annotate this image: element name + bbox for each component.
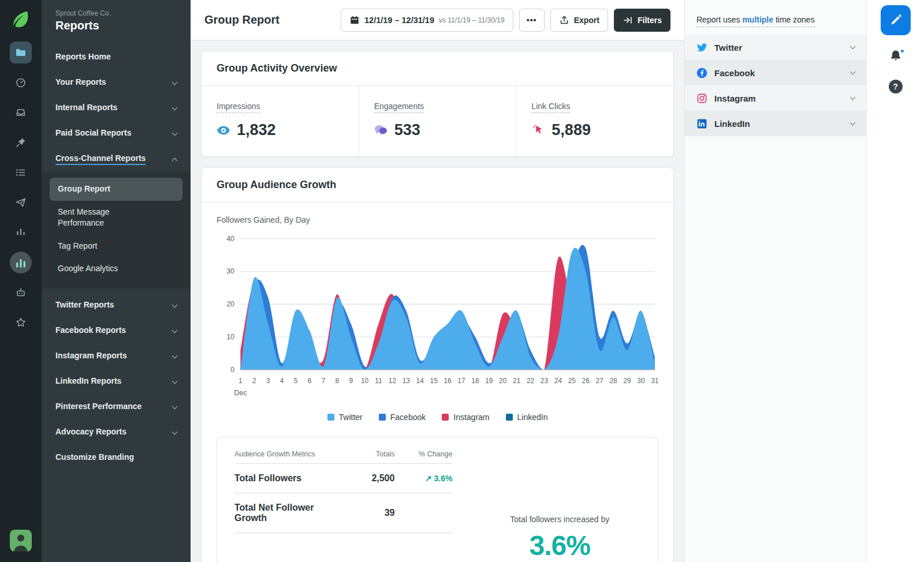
sidebar-title: Reports <box>55 19 177 32</box>
reports-folder-icon[interactable] <box>10 42 32 63</box>
list-icon[interactable] <box>10 162 32 183</box>
network-label: LinkedIn <box>714 119 750 129</box>
sidebar-item-twitter-reports[interactable]: Twitter Reports <box>42 293 191 319</box>
sidebar-item-customize-branding[interactable]: Customize Branding <box>42 445 191 471</box>
report-header: Group Report 12/1/19 – 12/31/19 vs 11/1/… <box>191 0 684 40</box>
date-range-value: 12/1/19 – 12/31/19 <box>364 16 434 25</box>
user-avatar[interactable] <box>10 530 32 552</box>
svg-text:20: 20 <box>499 377 507 385</box>
reports-sidebar: Sprout Coffee Co. Reports Reports Home Y… <box>42 0 191 562</box>
compose-button[interactable] <box>881 5 911 35</box>
report-body[interactable]: Group Activity Overview Impressions 1,83… <box>191 40 684 562</box>
svg-text:4: 4 <box>280 377 284 385</box>
pencil-icon <box>889 13 903 27</box>
legend-item-facebook[interactable]: Facebook <box>379 413 426 422</box>
sidebar-item-facebook-reports[interactable]: Facebook Reports <box>42 319 191 344</box>
metric-label[interactable]: Engagements <box>374 102 424 113</box>
twitter-icon <box>696 42 707 53</box>
sidebar-item-internal-reports[interactable]: Internal Reports <box>42 96 191 121</box>
inbox-icon[interactable] <box>10 102 32 123</box>
svg-text:10: 10 <box>226 333 234 341</box>
column-header-change: % Change <box>394 450 452 458</box>
help-icon[interactable]: ? <box>889 80 903 93</box>
multiple-timezones-link[interactable]: multiple <box>742 15 773 24</box>
svg-text:10: 10 <box>361 377 369 385</box>
metric-label[interactable]: Impressions <box>217 102 260 113</box>
network-row-instagram[interactable]: Instagram <box>685 85 866 111</box>
svg-text:27: 27 <box>596 377 603 385</box>
app-icon-rail <box>0 0 42 562</box>
svg-text:12: 12 <box>389 377 396 385</box>
group-audience-growth-card: Group Audience Growth Followers Gained, … <box>201 167 674 562</box>
submenu-item-group-report[interactable]: Group Report <box>50 178 182 201</box>
svg-text:20: 20 <box>226 300 234 308</box>
date-range-button[interactable]: 12/1/19 – 12/31/19 vs 11/1/19 – 11/30/19 <box>341 9 513 32</box>
chevron-down-icon <box>172 80 178 85</box>
more-options-button[interactable]: ••• <box>519 9 545 32</box>
sidebar-item-your-reports[interactable]: Your Reports <box>42 70 191 96</box>
bot-icon[interactable] <box>10 282 32 304</box>
submenu-item-sent-message-performance[interactable]: Sent Message Performance <box>50 201 142 235</box>
date-compare-value: vs 11/1/19 – 11/30/19 <box>439 16 505 24</box>
sidebar-item-linkedin-reports[interactable]: LinkedIn Reports <box>42 369 191 395</box>
sidebar-item-pinterest-performance[interactable]: Pinterest Performance <box>42 395 191 420</box>
svg-text:19: 19 <box>485 377 493 385</box>
group-activity-overview-card: Group Activity Overview Impressions 1,83… <box>201 51 674 157</box>
star-icon[interactable] <box>10 312 32 334</box>
network-row-linkedin[interactable]: LinkedIn <box>685 111 866 136</box>
chevron-down-icon <box>172 353 178 359</box>
sidebar-item-reports-home[interactable]: Reports Home <box>42 45 191 70</box>
paper-plane-icon[interactable] <box>10 192 32 213</box>
filters-button[interactable]: Filters <box>614 9 670 32</box>
svg-text:22: 22 <box>527 377 534 385</box>
cross-channel-submenu: Group Report Sent Message Performance Ta… <box>42 172 191 289</box>
svg-text:30: 30 <box>226 267 234 275</box>
svg-text:21: 21 <box>513 377 521 385</box>
svg-text:29: 29 <box>623 377 631 385</box>
metric-label[interactable]: Link Clicks <box>531 102 570 113</box>
chevron-down-icon <box>172 379 178 384</box>
svg-text:18: 18 <box>471 377 479 385</box>
metric-engagements: Engagements 533 <box>359 86 516 156</box>
legend-item-instagram[interactable]: Instagram <box>442 413 489 422</box>
growth-summary: Total followers increased by 3.6% <box>479 450 640 561</box>
bar-chart-icon[interactable] <box>10 252 32 273</box>
legend-item-twitter[interactable]: Twitter <box>327 413 363 422</box>
sidebar-item-cross-channel-reports[interactable]: Cross-Channel Reports <box>42 147 191 172</box>
table-row: Total Net Follower Growth 39 <box>234 493 452 533</box>
facebook-icon <box>696 68 707 78</box>
sidebar-item-paid-social-reports[interactable]: Paid Social Reports <box>42 121 191 147</box>
instagram-icon <box>696 93 707 104</box>
sidebar-item-advocacy-reports[interactable]: Advocacy Reports <box>42 420 191 445</box>
svg-text:3: 3 <box>266 377 270 385</box>
pin-icon[interactable] <box>10 132 32 153</box>
followers-area-chart: 0102030401234567891011121314151617181920… <box>217 231 658 410</box>
notifications-button[interactable] <box>889 49 903 65</box>
network-row-facebook[interactable]: Facebook <box>685 60 866 85</box>
metric-value: 5,889 <box>552 121 591 139</box>
chevron-up-icon <box>172 158 178 163</box>
svg-text:Dec: Dec <box>234 389 247 397</box>
chevron-down-icon <box>172 404 178 410</box>
gauge-icon[interactable] <box>10 72 32 93</box>
metric-value: 1,832 <box>237 121 276 139</box>
submenu-item-google-analytics[interactable]: Google Analytics <box>50 257 182 280</box>
metric-link-clicks: Link Clicks 5,889 <box>516 86 673 156</box>
audience-growth-metrics-box: Audience Growth Metrics Totals % Change … <box>217 437 658 562</box>
cursor-click-icon <box>531 125 545 136</box>
svg-text:0: 0 <box>230 366 234 374</box>
legend-item-linkedin[interactable]: LinkedIn <box>506 413 548 422</box>
audience-growth-table: Audience Growth Metrics Totals % Change … <box>234 450 452 561</box>
filters-icon <box>623 15 633 25</box>
svg-text:30: 30 <box>637 377 645 385</box>
signal-bars-icon[interactable] <box>10 222 32 243</box>
svg-text:24: 24 <box>554 377 562 385</box>
submenu-item-tag-report[interactable]: Tag Report <box>50 235 182 258</box>
main-content: Group Report 12/1/19 – 12/31/19 vs 11/1/… <box>191 0 684 562</box>
export-button[interactable]: Export <box>550 9 608 32</box>
chevron-down-icon <box>850 69 856 75</box>
linkedin-icon <box>696 118 707 129</box>
sidebar-item-instagram-reports[interactable]: Instagram Reports <box>42 344 191 369</box>
network-row-twitter[interactable]: Twitter <box>685 35 866 60</box>
chevron-down-icon <box>850 44 856 50</box>
